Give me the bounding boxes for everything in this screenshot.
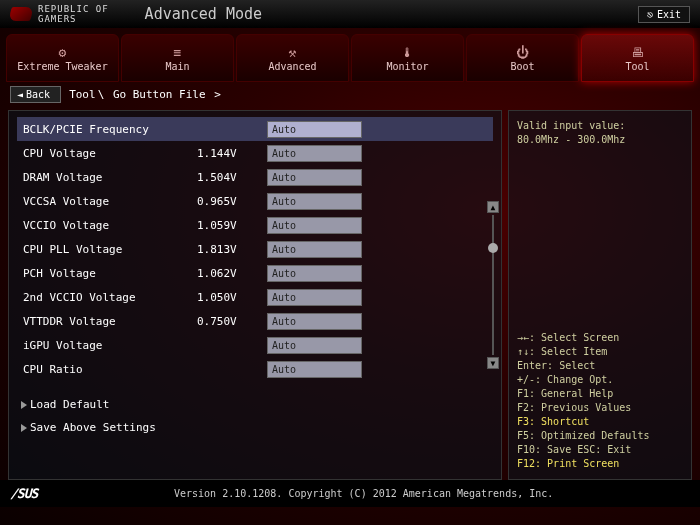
setting-field[interactable]: Auto — [267, 265, 362, 282]
setting-field[interactable]: Auto — [267, 169, 362, 186]
setting-field[interactable]: Auto — [267, 289, 362, 306]
back-button[interactable]: ◄ Back — [10, 86, 61, 103]
asus-logo: /SUS — [10, 486, 37, 501]
setting-field[interactable]: Auto — [267, 361, 362, 378]
tab-icon: 🌡 — [398, 45, 418, 59]
tab-monitor[interactable]: 🌡Monitor — [351, 34, 464, 82]
crumb-root[interactable]: Tool — [69, 88, 96, 101]
setting-label: VTTDDR Voltage — [17, 315, 197, 328]
scroll-up-button[interactable]: ▲ — [487, 201, 499, 213]
load-default-label: Load Default — [30, 398, 109, 411]
setting-field[interactable]: Auto — [267, 121, 362, 138]
setting-field[interactable]: Auto — [267, 193, 362, 210]
setting-label: DRAM Voltage — [17, 171, 197, 184]
crumb-current: Go Button File — [113, 88, 206, 101]
tab-boot[interactable]: ⏻Boot — [466, 34, 579, 82]
exit-label: Exit — [657, 9, 681, 20]
tab-tool[interactable]: 🖶Tool — [581, 34, 694, 82]
setting-label: VCCIO Voltage — [17, 219, 197, 232]
footer-bar: /SUS Version 2.10.1208. Copyright (C) 20… — [0, 480, 700, 507]
main-area: BCLK/PCIE Frequency Auto CPU Voltage 1.1… — [0, 106, 700, 480]
setting-label: CPU PLL Voltage — [17, 243, 197, 256]
help-keys: →←: Select Screen↑↓: Select ItemEnter: S… — [517, 331, 683, 471]
tab-extreme-tweaker[interactable]: ⚙Extreme Tweaker — [6, 34, 119, 82]
save-above-label: Save Above Settings — [30, 421, 156, 434]
brand-line2: GAMERS — [38, 14, 109, 24]
setting-row[interactable]: BCLK/PCIE Frequency Auto — [17, 117, 493, 141]
setting-field[interactable]: Auto — [267, 241, 362, 258]
mode-title: Advanced Mode — [145, 5, 262, 23]
valid-input-label: Valid input value: — [517, 119, 683, 133]
setting-readout: 0.965V — [197, 195, 267, 208]
rog-eye-icon — [8, 7, 34, 21]
setting-row[interactable]: 2nd VCCIO Voltage 1.050V Auto — [17, 285, 493, 309]
setting-label: VCCSA Voltage — [17, 195, 197, 208]
tab-bar: ⚙Extreme Tweaker≡Main⚒Advanced🌡Monitor⏻B… — [0, 28, 700, 82]
help-key-line: →←: Select Screen — [517, 331, 683, 345]
breadcrumb-bar: ◄ Back Tool\ Go Button File > — [0, 82, 700, 106]
brand-line1: REPUBLIC OF — [38, 4, 109, 14]
help-key-line: F12: Print Screen — [517, 457, 683, 471]
setting-row[interactable]: CPU Voltage 1.144V Auto — [17, 141, 493, 165]
footer-text: Version 2.10.1208. Copyright (C) 2012 Am… — [174, 488, 553, 499]
chevron-right-icon — [21, 424, 27, 432]
tab-icon: ⚒ — [283, 45, 303, 59]
exit-icon: ⎋ — [647, 9, 653, 20]
tab-icon: ⏻ — [513, 45, 533, 59]
tab-advanced[interactable]: ⚒Advanced — [236, 34, 349, 82]
tab-icon: ≡ — [168, 45, 188, 59]
chevron-right-icon — [21, 401, 27, 409]
setting-row[interactable]: DRAM Voltage 1.504V Auto — [17, 165, 493, 189]
setting-field[interactable]: Auto — [267, 313, 362, 330]
setting-label: PCH Voltage — [17, 267, 197, 280]
setting-label: BCLK/PCIE Frequency — [17, 123, 197, 136]
setting-field[interactable]: Auto — [267, 145, 362, 162]
back-arrow-icon: ◄ — [17, 89, 23, 100]
tab-icon: 🖶 — [628, 45, 648, 59]
setting-row[interactable]: CPU PLL Voltage 1.813V Auto — [17, 237, 493, 261]
chevron-right-icon: > — [214, 88, 221, 101]
setting-field[interactable]: Auto — [267, 337, 362, 354]
settings-list: BCLK/PCIE Frequency Auto CPU Voltage 1.1… — [17, 117, 493, 381]
tab-label: Tool — [625, 61, 649, 72]
scroll-thumb[interactable] — [488, 243, 498, 253]
save-above-action[interactable]: Save Above Settings — [17, 418, 493, 437]
scroll-track[interactable] — [492, 215, 494, 355]
breadcrumb: Tool\ Go Button File > — [69, 88, 223, 101]
tab-label: Monitor — [386, 61, 428, 72]
back-label: Back — [26, 89, 50, 100]
tab-label: Extreme Tweaker — [17, 61, 107, 72]
scroll-down-button[interactable]: ▼ — [487, 357, 499, 369]
setting-readout: 1.062V — [197, 267, 267, 280]
setting-field[interactable]: Auto — [267, 217, 362, 234]
header-bar: REPUBLIC OF GAMERS Advanced Mode ⎋ Exit — [0, 0, 700, 28]
setting-readout: 1.813V — [197, 243, 267, 256]
help-key-line: F10: Save ESC: Exit — [517, 443, 683, 457]
scrollbar[interactable]: ▲ ▼ — [487, 201, 499, 369]
tab-main[interactable]: ≡Main — [121, 34, 234, 82]
help-key-line: F1: General Help — [517, 387, 683, 401]
setting-row[interactable]: PCH Voltage 1.062V Auto — [17, 261, 493, 285]
exit-button[interactable]: ⎋ Exit — [638, 6, 690, 23]
setting-label: CPU Voltage — [17, 147, 197, 160]
setting-readout: 1.144V — [197, 147, 267, 160]
load-default-action[interactable]: Load Default — [17, 395, 493, 414]
help-key-line: F3: Shortcut — [517, 415, 683, 429]
setting-label: CPU Ratio — [17, 363, 197, 376]
setting-readout: 0.750V — [197, 315, 267, 328]
help-info: Valid input value: 80.0Mhz - 300.0Mhz — [517, 119, 683, 147]
help-key-line: Enter: Select — [517, 359, 683, 373]
help-key-line: F2: Previous Values — [517, 401, 683, 415]
tab-icon: ⚙ — [53, 45, 73, 59]
rog-logo: REPUBLIC OF GAMERS — [10, 4, 109, 24]
setting-row[interactable]: CPU Ratio Auto — [17, 357, 493, 381]
help-panel: Valid input value: 80.0Mhz - 300.0Mhz →←… — [508, 110, 692, 480]
help-key-line: ↑↓: Select Item — [517, 345, 683, 359]
setting-row[interactable]: VCCIO Voltage 1.059V Auto — [17, 213, 493, 237]
setting-row[interactable]: VTTDDR Voltage 0.750V Auto — [17, 309, 493, 333]
settings-panel: BCLK/PCIE Frequency Auto CPU Voltage 1.1… — [8, 110, 502, 480]
setting-row[interactable]: VCCSA Voltage 0.965V Auto — [17, 189, 493, 213]
setting-readout: 1.059V — [197, 219, 267, 232]
help-key-line: +/-: Change Opt. — [517, 373, 683, 387]
setting-row[interactable]: iGPU Voltage Auto — [17, 333, 493, 357]
